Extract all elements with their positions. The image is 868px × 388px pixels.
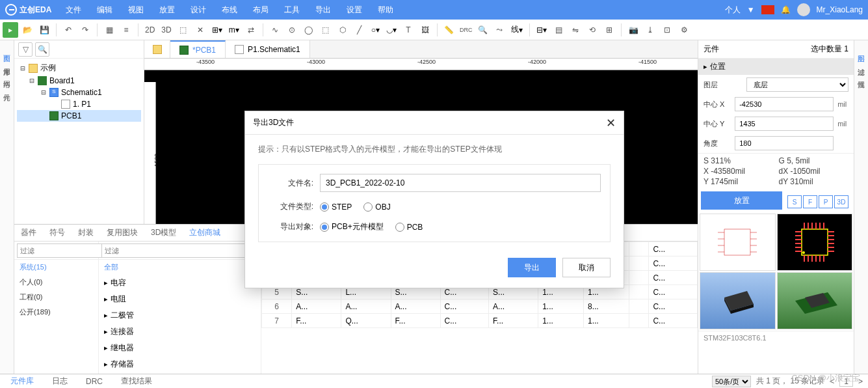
close-icon[interactable]: ✕ <box>606 116 616 130</box>
exportobj-pcbmodel[interactable]: PCB+元件模型 <box>320 221 384 232</box>
export-3d-dialog: 导出3D文件 ✕ 提示：只有以STEP格式导入的元件模型，才能在导出的STEP文… <box>244 111 624 288</box>
exportobj-pcb[interactable]: PCB <box>395 223 423 232</box>
filetype-obj[interactable]: OBJ <box>363 202 390 212</box>
export-button[interactable]: 导出 <box>508 258 556 277</box>
cancel-button[interactable]: 取消 <box>562 258 611 277</box>
modal-overlay: 导出3D文件 ✕ 提示：只有以STEP格式导入的元件模型，才能在导出的STEP文… <box>0 0 868 388</box>
filetype-label: 文件类型: <box>268 201 313 212</box>
exportobj-label: 导出对象: <box>268 221 313 232</box>
dialog-hint: 提示：只有以STEP格式导入的元件模型，才能在导出的STEP文件体现 <box>258 144 611 155</box>
dialog-title: 导出3D文件 <box>253 117 294 128</box>
filename-label: 文件名: <box>268 178 313 189</box>
filename-input[interactable] <box>320 174 601 192</box>
filetype-step[interactable]: STEP <box>320 202 352 212</box>
